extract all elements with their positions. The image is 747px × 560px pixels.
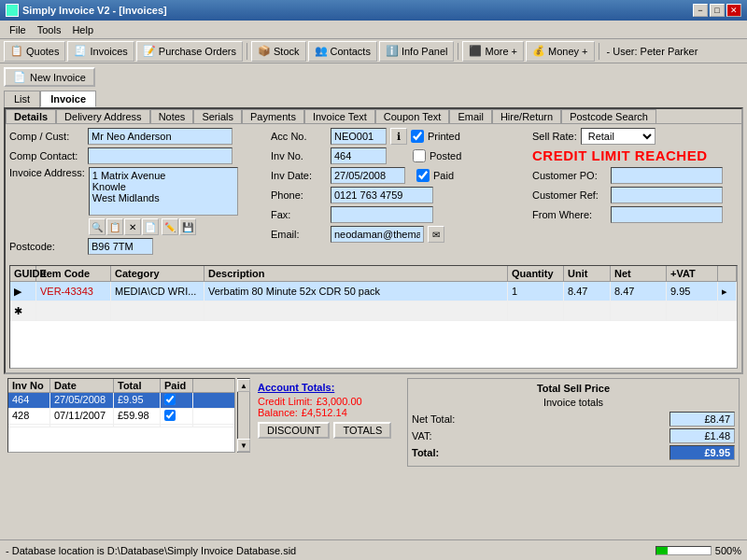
itab-notes[interactable]: Notes [150,109,194,123]
net-total-value: £8.47 [669,412,735,427]
menu-bar: File Tools Help [0,21,747,39]
menu-help[interactable]: Help [66,23,99,36]
itab-postcode-search[interactable]: Postcode Search [561,109,656,123]
inv-no-input[interactable] [331,147,387,164]
customer-ref-input[interactable] [611,187,723,203]
balance-row: Balance: £4,512.14 [258,407,400,418]
invoice-address-input[interactable]: 1 Matrix Avenue Knowle West Midlands [89,167,238,216]
fax-input[interactable] [331,206,433,223]
comp-contact-label: Comp Contact: [9,150,84,161]
phone-input[interactable] [331,187,433,203]
info-panel-button[interactable]: ℹ️ Info Panel [379,41,455,62]
ld-date: 07/11/2007 [50,409,114,424]
tab-invoice[interactable]: Invoice [40,91,96,107]
itab-details[interactable]: Details [6,109,56,123]
credit-limit-label: Credit Limit: [258,396,313,407]
close-button[interactable]: ✕ [726,4,741,17]
td-new-guide: ✱ [10,301,36,320]
td-net: 8.47 [611,282,667,301]
inner-panel: Details Delivery Address Notes Serials P… [4,107,743,374]
scroll-up[interactable]: ▲ [237,379,250,392]
posted-label: Posted [430,150,461,161]
balance-label: Balance: [258,407,298,418]
table-row[interactable]: ▶ VER-43343 MEDIA\CD WRI... Verbatim 80 … [10,282,737,301]
th-category: Category [111,266,204,281]
action-bar: 📄 New Invoice [4,67,743,87]
contacts-button[interactable]: 👥 Contacts [308,41,377,62]
acc-info-icon[interactable]: ℹ [390,128,407,145]
account-totals-title: Account Totals: [258,382,400,393]
menu-tools[interactable]: Tools [32,23,67,36]
paid-label: Paid [433,170,454,181]
sell-rate-select[interactable]: Retail [581,128,655,145]
menu-file[interactable]: File [4,23,32,36]
itab-coupon-text[interactable]: Coupon Text [375,109,450,123]
vat-label: VAT: [412,430,432,441]
addr-icon-4[interactable]: 📄 [142,218,159,235]
list-scrollbar[interactable]: ▲ ▼ [237,378,250,453]
email-icon[interactable]: ✉ [428,226,444,243]
quotes-button[interactable]: 📋 Quotes [4,41,65,62]
td-scroll-btn[interactable]: ▸ [718,282,737,301]
money-button[interactable]: 💰 Money + [526,41,595,62]
phone-label: Phone: [271,189,327,201]
discount-button[interactable]: DISCOUNT [258,422,330,439]
list-item[interactable]: 428 07/11/2007 £59.98 [8,409,234,425]
td-unit: 8.47 [564,282,611,301]
toolbar: 📋 Quotes 🧾 Invoices 📝 Purchase Orders 📦 … [0,39,747,63]
account-buttons: DISCOUNT TOTALS [258,422,400,439]
itab-delivery[interactable]: Delivery Address [56,109,150,123]
more-button[interactable]: ⬛ More + [462,41,524,62]
scroll-down[interactable]: ▼ [237,439,250,452]
list-item[interactable]: 464 27/05/2008 £9.95 [8,393,234,409]
tab-list[interactable]: List [4,91,40,107]
totals-title: Total Sell Price [412,383,735,394]
totals-button[interactable]: TOTALS [333,422,391,439]
invoices-button[interactable]: 🧾 Invoices [67,41,134,62]
addr-icon-2[interactable]: 📋 [106,218,123,235]
addr-icon-3[interactable]: ✕ [124,218,141,235]
form-left: Comp / Cust: Comp Contact: Invoice Addre… [9,128,263,258]
sell-rate-label: Sell Rate: [532,131,577,142]
ld-total: £59.98 [114,409,161,424]
stock-button[interactable]: 📦 Stock [251,41,306,62]
comp-cust-input[interactable] [88,128,233,145]
new-row[interactable]: ✱ [10,301,737,321]
total-row: Total: £9.95 [412,445,735,460]
account-totals-panel: Account Totals: Credit Limit: £3,000.00 … [254,378,403,492]
from-where-input[interactable] [611,206,723,223]
ld-inv-no: 428 [8,409,50,424]
posted-checkbox[interactable] [413,149,426,162]
maximize-button[interactable]: □ [710,4,725,17]
customer-po-input[interactable] [611,167,723,184]
lh-date: Date [50,379,114,392]
addr-icon-6[interactable]: 💾 [179,218,196,235]
addr-icon-5[interactable]: ✏️ [162,218,178,235]
info-panel-icon: ℹ️ [386,45,399,57]
ld-paid [161,393,193,408]
credit-limit-row: Credit Limit: £3,000.00 [258,396,400,407]
paid-checkbox[interactable] [416,169,430,182]
itab-payments[interactable]: Payments [242,109,304,123]
email-input[interactable] [331,226,424,243]
minimize-button[interactable]: − [693,4,708,17]
ld-paid [161,409,193,424]
td-guide: ▶ [10,282,36,301]
stock-icon: 📦 [258,45,271,57]
inv-date-input[interactable] [331,167,405,184]
list-item[interactable] [8,425,234,427]
ld-date: 27/05/2008 [50,393,114,408]
comp-contact-input[interactable] [88,147,233,164]
itab-serials[interactable]: Serials [193,109,242,123]
itab-invoice-text[interactable]: Invoice Text [304,109,375,123]
td-category: MEDIA\CD WRI... [111,282,204,301]
purchase-orders-button[interactable]: 📝 Purchase Orders [136,41,243,62]
new-invoice-button[interactable]: 📄 New Invoice [4,67,95,87]
postcode-input[interactable] [88,238,153,255]
addr-icon-1[interactable]: 🔍 [89,218,106,235]
itab-email[interactable]: Email [449,109,492,123]
acc-no-input[interactable] [331,128,387,145]
itab-hire-return[interactable]: Hire/Return [492,109,561,123]
printed-checkbox[interactable] [411,130,424,143]
user-label: - User: Peter Parker [607,46,698,57]
